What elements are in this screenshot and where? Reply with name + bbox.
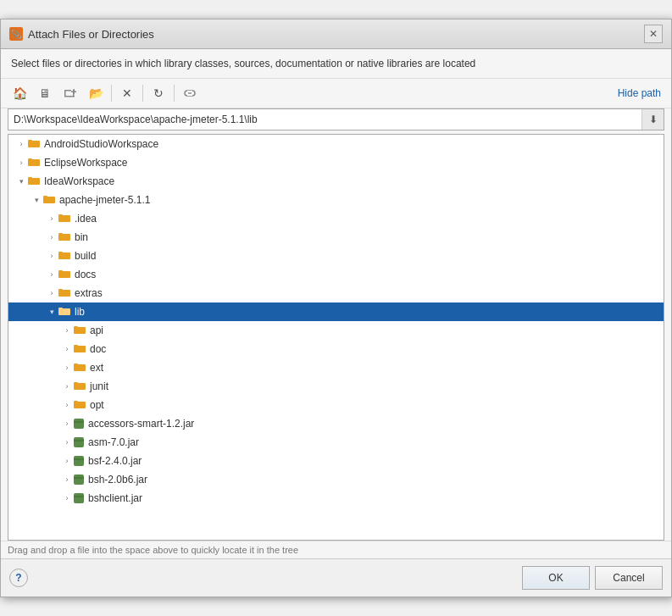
svg-rect-43 <box>74 456 84 466</box>
dialog-title: Attach Files or Directories <box>28 28 154 41</box>
jar-file-icon <box>73 455 85 467</box>
tree-item[interactable]: ›AndroidStudioWorkspace <box>8 135 664 153</box>
chevron-icon: › <box>61 380 73 392</box>
svg-rect-14 <box>28 178 40 185</box>
path-download-button[interactable]: ⬇ <box>641 109 664 130</box>
hide-path-button[interactable]: Hide path <box>614 86 664 101</box>
separator-2 <box>142 85 143 102</box>
chevron-icon: › <box>61 325 73 336</box>
tree-item[interactable]: ›docs <box>8 265 664 284</box>
remove-button[interactable]: ✕ <box>115 82 139 104</box>
open-folder-button[interactable]: 📂 <box>84 82 108 104</box>
chevron-icon: › <box>46 213 58 225</box>
tree-item[interactable]: ›extras <box>8 284 664 302</box>
tree-item[interactable]: ›asm-7.0.jar <box>8 433 664 452</box>
chevron-icon: › <box>61 436 73 448</box>
svg-rect-10 <box>28 141 40 147</box>
tree-item[interactable]: ›doc <box>8 340 664 358</box>
folder-closed-icon <box>58 212 71 226</box>
svg-rect-36 <box>74 383 86 390</box>
path-input[interactable] <box>8 110 641 129</box>
svg-rect-38 <box>74 402 86 408</box>
tree-item[interactable]: ›.idea <box>8 209 664 228</box>
footer-buttons: OK Cancel <box>522 566 663 590</box>
tree-item[interactable]: ›accessors-smart-1.2.jar <box>8 414 664 433</box>
svg-rect-22 <box>58 253 70 259</box>
new-folder-button[interactable] <box>58 82 82 104</box>
chevron-icon: › <box>46 287 58 299</box>
chevron-icon: › <box>46 269 58 280</box>
folder-closed-icon <box>58 286 71 301</box>
tree-item[interactable]: ›bsf-2.4.0.jar <box>8 452 664 470</box>
link-button[interactable] <box>178 82 202 104</box>
home-button[interactable]: 🏠 <box>8 82 31 104</box>
chevron-icon: ▾ <box>15 175 27 187</box>
footer: ? OK Cancel <box>1 558 671 597</box>
tree-item[interactable]: ›bsh-2.0b6.jar <box>8 470 664 489</box>
tree-item-label: ext <box>90 362 103 374</box>
close-button[interactable]: ✕ <box>644 25 663 43</box>
tree-item[interactable]: ›bshclient.jar <box>8 489 664 508</box>
tree-item[interactable]: ›EclipseWorkspace <box>8 153 664 172</box>
chevron-icon: › <box>61 455 73 467</box>
tree-item[interactable]: ›bin <box>8 228 664 247</box>
toolbar-left: 🏠 🖥 📂 ✕ ↻ <box>8 82 202 104</box>
chevron-icon: › <box>61 418 73 430</box>
ok-button[interactable]: OK <box>522 566 590 590</box>
svg-rect-5 <box>74 89 75 94</box>
folder-closed-icon <box>58 268 71 282</box>
tree-item-label: bsh-2.0b6.jar <box>88 474 147 486</box>
folder-closed-icon <box>27 137 41 152</box>
svg-rect-16 <box>43 197 55 203</box>
svg-rect-45 <box>74 474 84 485</box>
separator-1 <box>111 85 112 102</box>
svg-rect-34 <box>74 364 86 371</box>
tree-item[interactable]: ▾lib <box>8 302 664 321</box>
tree-item[interactable]: ›opt <box>8 396 664 414</box>
chevron-icon: › <box>15 138 27 150</box>
jar-file-icon <box>73 418 85 430</box>
drag-hint-text: Drag and drop a file into the space abov… <box>8 545 298 555</box>
jar-file-icon <box>73 436 85 448</box>
tree-item[interactable]: ▾apache-jmeter-5.1.1 <box>8 191 664 209</box>
svg-rect-41 <box>74 437 84 447</box>
chevron-icon: › <box>61 343 73 355</box>
refresh-button[interactable]: ↻ <box>147 82 170 104</box>
tree-item-label: doc <box>90 343 106 355</box>
tree-item[interactable]: ▾IdeaWorkspace <box>8 172 664 191</box>
jar-file-icon <box>73 474 85 486</box>
folder-closed-icon <box>58 249 71 264</box>
cancel-button[interactable]: Cancel <box>595 566 663 590</box>
svg-rect-30 <box>74 327 86 334</box>
svg-rect-32 <box>74 346 86 352</box>
chevron-icon: ▾ <box>46 306 58 318</box>
tree-item-label: accessors-smart-1.2.jar <box>88 418 194 430</box>
tree-item[interactable]: ›ext <box>8 358 664 377</box>
tree-item-label: api <box>90 325 103 336</box>
chevron-icon: › <box>61 399 73 411</box>
tree-item-label: junit <box>90 380 108 392</box>
title-bar-left: 📎 Attach Files or Directories <box>9 27 154 41</box>
help-button[interactable]: ? <box>9 569 28 587</box>
chevron-icon: › <box>15 157 27 169</box>
svg-rect-12 <box>28 159 40 166</box>
tree-item-label: lib <box>75 306 85 318</box>
desktop-button[interactable]: 🖥 <box>33 82 57 104</box>
tree-item[interactable]: ›build <box>8 247 664 265</box>
folder-closed-icon <box>27 156 41 170</box>
file-tree[interactable]: ›AndroidStudioWorkspace›EclipseWorkspace… <box>8 134 664 541</box>
tree-item-label: build <box>75 250 96 262</box>
svg-rect-47 <box>74 493 84 503</box>
folder-closed-icon <box>73 380 86 394</box>
tree-item[interactable]: ›api <box>8 321 664 340</box>
svg-rect-24 <box>58 271 70 278</box>
dialog-icon: 📎 <box>9 27 23 41</box>
tree-item-label: IdeaWorkspace <box>44 175 114 187</box>
svg-rect-26 <box>58 290 70 297</box>
folder-closed-icon <box>73 342 86 357</box>
tree-item-label: EclipseWorkspace <box>44 157 127 169</box>
tree-item[interactable]: ›junit <box>8 377 664 396</box>
chevron-icon: › <box>61 474 73 486</box>
chevron-icon: › <box>61 362 73 374</box>
chevron-icon: › <box>46 231 58 243</box>
